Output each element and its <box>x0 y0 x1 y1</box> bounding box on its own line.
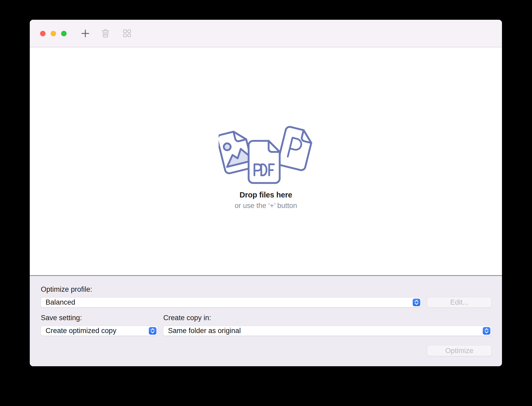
chevron-up-down-icon <box>413 299 420 306</box>
optimize-profile-label: Optimize profile: <box>41 285 92 293</box>
minimize-button[interactable] <box>51 31 56 36</box>
drop-area[interactable]: Drop files here or use the ‘+’ button <box>30 47 502 275</box>
remove-files-button[interactable] <box>100 28 111 39</box>
save-setting-select[interactable]: Create optimized copy <box>41 326 157 336</box>
dropzone-subtitle: or use the ‘+’ button <box>187 202 345 210</box>
save-setting-label: Save setting: <box>41 314 82 322</box>
sun-icon <box>223 143 231 151</box>
app-window: Drop files here or use the ‘+’ button Op… <box>30 20 502 366</box>
dropzone-placeholder: Drop files here or use the ‘+’ button <box>187 125 345 210</box>
edit-profile-button[interactable]: Edit... <box>427 297 491 308</box>
create-copy-in-value: Same folder as original <box>168 327 241 335</box>
grid-icon <box>123 29 131 38</box>
plus-icon <box>81 29 90 39</box>
view-grid-button[interactable] <box>122 28 132 39</box>
optimize-profile-value: Balanced <box>46 298 75 306</box>
p-file-icon <box>277 126 313 171</box>
chevron-up-down-icon <box>483 327 490 335</box>
create-copy-in-label: Create copy in: <box>163 314 211 322</box>
save-setting-value: Create optimized copy <box>46 327 116 335</box>
create-copy-in-select[interactable]: Same folder as original <box>163 326 491 336</box>
chevron-up-down-icon <box>149 327 156 335</box>
close-button[interactable] <box>40 31 46 36</box>
settings-panel: Optimize profile: Balanced Edit... Save … <box>30 275 502 366</box>
optimize-button[interactable]: Optimize <box>427 345 491 356</box>
zoom-button[interactable] <box>61 31 67 36</box>
toolbar <box>30 20 502 47</box>
file-types-illustration <box>219 125 313 186</box>
pdf-file-icon <box>249 141 280 183</box>
optimize-profile-select[interactable]: Balanced <box>41 298 421 307</box>
trash-icon <box>101 28 110 39</box>
dropzone-title: Drop files here <box>187 191 345 199</box>
add-files-button[interactable] <box>80 28 91 39</box>
